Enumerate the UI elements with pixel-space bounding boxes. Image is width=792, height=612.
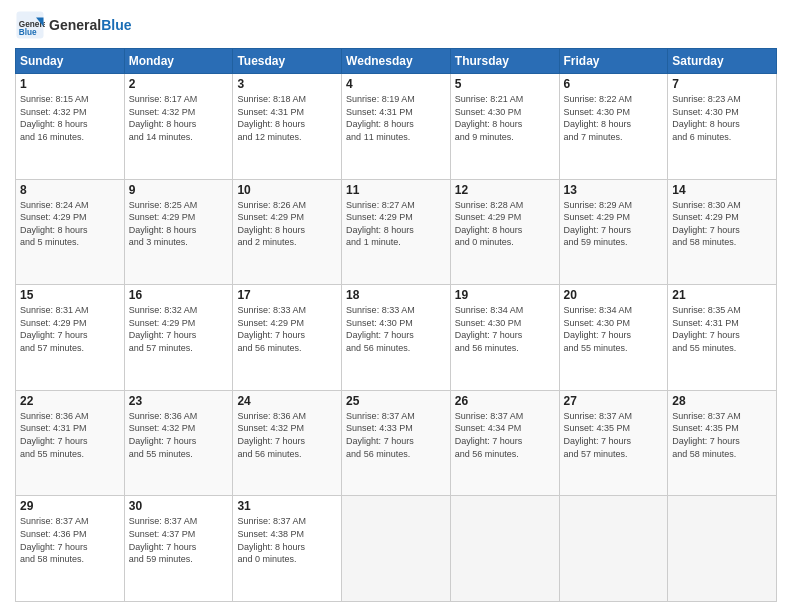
day-detail: Sunrise: 8:37 AMSunset: 4:38 PMDaylight:… — [237, 515, 337, 565]
day-number: 7 — [672, 77, 772, 91]
svg-text:Blue: Blue — [19, 28, 37, 37]
day-detail: Sunrise: 8:24 AMSunset: 4:29 PMDaylight:… — [20, 199, 120, 249]
day-detail: Sunrise: 8:33 AMSunset: 4:29 PMDaylight:… — [237, 304, 337, 354]
calendar-week-row: 29Sunrise: 8:37 AMSunset: 4:36 PMDayligh… — [16, 496, 777, 602]
day-number: 8 — [20, 183, 120, 197]
weekday-header: Wednesday — [342, 49, 451, 74]
calendar-day-cell: 7Sunrise: 8:23 AMSunset: 4:30 PMDaylight… — [668, 74, 777, 180]
calendar-day-cell: 6Sunrise: 8:22 AMSunset: 4:30 PMDaylight… — [559, 74, 668, 180]
day-number: 25 — [346, 394, 446, 408]
calendar-day-cell — [450, 496, 559, 602]
calendar-day-cell: 8Sunrise: 8:24 AMSunset: 4:29 PMDaylight… — [16, 179, 125, 285]
day-detail: Sunrise: 8:35 AMSunset: 4:31 PMDaylight:… — [672, 304, 772, 354]
day-number: 1 — [20, 77, 120, 91]
logo-icon: General Blue — [15, 10, 45, 40]
calendar-day-cell: 18Sunrise: 8:33 AMSunset: 4:30 PMDayligh… — [342, 285, 451, 391]
day-number: 22 — [20, 394, 120, 408]
weekday-header: Thursday — [450, 49, 559, 74]
day-detail: Sunrise: 8:32 AMSunset: 4:29 PMDaylight:… — [129, 304, 229, 354]
day-number: 12 — [455, 183, 555, 197]
day-number: 20 — [564, 288, 664, 302]
day-detail: Sunrise: 8:37 AMSunset: 4:35 PMDaylight:… — [672, 410, 772, 460]
logo: General Blue GeneralBlue — [15, 10, 131, 40]
day-number: 3 — [237, 77, 337, 91]
weekday-header: Sunday — [16, 49, 125, 74]
day-detail: Sunrise: 8:23 AMSunset: 4:30 PMDaylight:… — [672, 93, 772, 143]
day-number: 5 — [455, 77, 555, 91]
day-detail: Sunrise: 8:37 AMSunset: 4:36 PMDaylight:… — [20, 515, 120, 565]
calendar-day-cell: 28Sunrise: 8:37 AMSunset: 4:35 PMDayligh… — [668, 390, 777, 496]
calendar-day-cell: 9Sunrise: 8:25 AMSunset: 4:29 PMDaylight… — [124, 179, 233, 285]
calendar-day-cell: 26Sunrise: 8:37 AMSunset: 4:34 PMDayligh… — [450, 390, 559, 496]
day-detail: Sunrise: 8:15 AMSunset: 4:32 PMDaylight:… — [20, 93, 120, 143]
day-detail: Sunrise: 8:18 AMSunset: 4:31 PMDaylight:… — [237, 93, 337, 143]
calendar-week-row: 15Sunrise: 8:31 AMSunset: 4:29 PMDayligh… — [16, 285, 777, 391]
calendar-day-cell: 21Sunrise: 8:35 AMSunset: 4:31 PMDayligh… — [668, 285, 777, 391]
day-number: 17 — [237, 288, 337, 302]
calendar-week-row: 1Sunrise: 8:15 AMSunset: 4:32 PMDaylight… — [16, 74, 777, 180]
day-detail: Sunrise: 8:26 AMSunset: 4:29 PMDaylight:… — [237, 199, 337, 249]
day-number: 28 — [672, 394, 772, 408]
day-detail: Sunrise: 8:30 AMSunset: 4:29 PMDaylight:… — [672, 199, 772, 249]
day-detail: Sunrise: 8:22 AMSunset: 4:30 PMDaylight:… — [564, 93, 664, 143]
day-detail: Sunrise: 8:27 AMSunset: 4:29 PMDaylight:… — [346, 199, 446, 249]
calendar-day-cell: 27Sunrise: 8:37 AMSunset: 4:35 PMDayligh… — [559, 390, 668, 496]
calendar-day-cell: 15Sunrise: 8:31 AMSunset: 4:29 PMDayligh… — [16, 285, 125, 391]
calendar-day-cell: 20Sunrise: 8:34 AMSunset: 4:30 PMDayligh… — [559, 285, 668, 391]
calendar-week-row: 22Sunrise: 8:36 AMSunset: 4:31 PMDayligh… — [16, 390, 777, 496]
calendar-day-cell: 11Sunrise: 8:27 AMSunset: 4:29 PMDayligh… — [342, 179, 451, 285]
day-number: 27 — [564, 394, 664, 408]
page: General Blue GeneralBlue SundayMondayTue… — [0, 0, 792, 612]
day-detail: Sunrise: 8:37 AMSunset: 4:33 PMDaylight:… — [346, 410, 446, 460]
day-number: 13 — [564, 183, 664, 197]
weekday-header: Friday — [559, 49, 668, 74]
day-number: 21 — [672, 288, 772, 302]
day-detail: Sunrise: 8:17 AMSunset: 4:32 PMDaylight:… — [129, 93, 229, 143]
calendar-day-cell — [559, 496, 668, 602]
day-number: 10 — [237, 183, 337, 197]
day-number: 26 — [455, 394, 555, 408]
calendar-day-cell: 12Sunrise: 8:28 AMSunset: 4:29 PMDayligh… — [450, 179, 559, 285]
calendar-day-cell: 4Sunrise: 8:19 AMSunset: 4:31 PMDaylight… — [342, 74, 451, 180]
logo-text: GeneralBlue — [49, 17, 131, 33]
calendar-day-cell: 13Sunrise: 8:29 AMSunset: 4:29 PMDayligh… — [559, 179, 668, 285]
weekday-header: Tuesday — [233, 49, 342, 74]
day-number: 16 — [129, 288, 229, 302]
weekday-header: Monday — [124, 49, 233, 74]
day-detail: Sunrise: 8:37 AMSunset: 4:37 PMDaylight:… — [129, 515, 229, 565]
day-number: 31 — [237, 499, 337, 513]
day-detail: Sunrise: 8:33 AMSunset: 4:30 PMDaylight:… — [346, 304, 446, 354]
day-detail: Sunrise: 8:36 AMSunset: 4:32 PMDaylight:… — [237, 410, 337, 460]
day-number: 19 — [455, 288, 555, 302]
day-number: 30 — [129, 499, 229, 513]
day-detail: Sunrise: 8:37 AMSunset: 4:35 PMDaylight:… — [564, 410, 664, 460]
day-detail: Sunrise: 8:31 AMSunset: 4:29 PMDaylight:… — [20, 304, 120, 354]
calendar-day-cell: 22Sunrise: 8:36 AMSunset: 4:31 PMDayligh… — [16, 390, 125, 496]
calendar-header-row: SundayMondayTuesdayWednesdayThursdayFrid… — [16, 49, 777, 74]
calendar-day-cell — [668, 496, 777, 602]
day-number: 9 — [129, 183, 229, 197]
day-number: 15 — [20, 288, 120, 302]
day-number: 18 — [346, 288, 446, 302]
calendar-day-cell: 10Sunrise: 8:26 AMSunset: 4:29 PMDayligh… — [233, 179, 342, 285]
calendar-body: 1Sunrise: 8:15 AMSunset: 4:32 PMDaylight… — [16, 74, 777, 602]
day-number: 14 — [672, 183, 772, 197]
day-detail: Sunrise: 8:36 AMSunset: 4:32 PMDaylight:… — [129, 410, 229, 460]
day-detail: Sunrise: 8:25 AMSunset: 4:29 PMDaylight:… — [129, 199, 229, 249]
calendar-day-cell: 5Sunrise: 8:21 AMSunset: 4:30 PMDaylight… — [450, 74, 559, 180]
day-detail: Sunrise: 8:28 AMSunset: 4:29 PMDaylight:… — [455, 199, 555, 249]
weekday-header: Saturday — [668, 49, 777, 74]
day-detail: Sunrise: 8:21 AMSunset: 4:30 PMDaylight:… — [455, 93, 555, 143]
calendar-day-cell: 3Sunrise: 8:18 AMSunset: 4:31 PMDaylight… — [233, 74, 342, 180]
day-number: 6 — [564, 77, 664, 91]
day-number: 29 — [20, 499, 120, 513]
calendar-table: SundayMondayTuesdayWednesdayThursdayFrid… — [15, 48, 777, 602]
day-detail: Sunrise: 8:19 AMSunset: 4:31 PMDaylight:… — [346, 93, 446, 143]
day-detail: Sunrise: 8:34 AMSunset: 4:30 PMDaylight:… — [455, 304, 555, 354]
calendar-day-cell: 17Sunrise: 8:33 AMSunset: 4:29 PMDayligh… — [233, 285, 342, 391]
calendar-day-cell: 29Sunrise: 8:37 AMSunset: 4:36 PMDayligh… — [16, 496, 125, 602]
day-detail: Sunrise: 8:34 AMSunset: 4:30 PMDaylight:… — [564, 304, 664, 354]
calendar-day-cell: 19Sunrise: 8:34 AMSunset: 4:30 PMDayligh… — [450, 285, 559, 391]
header: General Blue GeneralBlue — [15, 10, 777, 40]
calendar-day-cell: 25Sunrise: 8:37 AMSunset: 4:33 PMDayligh… — [342, 390, 451, 496]
